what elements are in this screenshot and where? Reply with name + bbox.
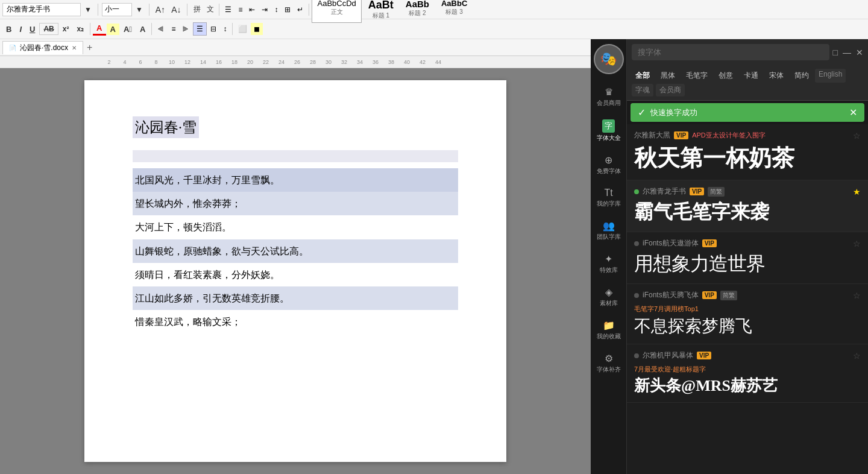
notif-close-btn[interactable]: ✕ — [849, 107, 857, 118]
cat-simple[interactable]: 简约 — [790, 69, 814, 83]
font-clear-btn[interactable]: A⃝ — [120, 24, 136, 35]
underline-btn[interactable]: U — [26, 24, 39, 35]
indent-right[interactable]: ⇥ — [259, 4, 271, 16]
cat-creative[interactable]: 创意 — [714, 69, 738, 83]
text-line-7: 惜秦皇汉武，略输文采； — [133, 310, 458, 333]
style-h3-label: 标题 3 — [445, 8, 462, 16]
font-size-input[interactable] — [102, 3, 132, 16]
columns-btn[interactable]: ⊟ — [207, 23, 219, 35]
font-color-btn[interactable]: A — [93, 22, 105, 36]
border-btn[interactable]: ⬜ — [235, 23, 250, 35]
font-char[interactable]: 文 — [204, 3, 216, 16]
font-pinyin[interactable]: 拼 — [191, 3, 203, 16]
cat-all[interactable]: 全部 — [631, 69, 655, 83]
star-icon-5[interactable]: ☆ — [853, 351, 861, 361]
sidebar-item-supplement[interactable]: ⚙ 字体补齐 — [591, 348, 626, 379]
highlight-btn[interactable]: A — [107, 24, 119, 35]
add-tab-btn[interactable]: + — [83, 42, 96, 53]
style-h1[interactable]: AaBt 标题 1 — [363, 0, 399, 23]
shading-btn[interactable]: ◼ — [251, 23, 263, 35]
materials-icon: ◈ — [605, 286, 612, 298]
font-name-dropdown[interactable]: ▼ — [82, 4, 94, 15]
multiline-icon[interactable]: ⊞ — [281, 4, 294, 16]
font-search-input[interactable] — [632, 44, 829, 60]
superscript-btn[interactable]: x² — [59, 24, 73, 34]
star-icon-3[interactable]: ☆ — [853, 239, 861, 248]
sidebar-item-fontall[interactable]: 字 字体大全 — [591, 115, 626, 147]
sidebar-item-member[interactable]: ♛ 会员商用 — [591, 81, 626, 112]
para-spacing-btn[interactable]: ↕ — [220, 23, 230, 35]
para-format-group: ☰ ≡ ⇤ ⇥ ↕ ⊞ ↵ — [222, 4, 306, 16]
align-right-btn[interactable]: ⫸ — [179, 23, 192, 35]
sidebar-item-effects[interactable]: ✦ 特效库 — [591, 248, 626, 279]
style-h2-preview: AaBb — [406, 0, 429, 9]
style-h2[interactable]: AaBb 标题 2 — [400, 0, 435, 23]
minimize-icon[interactable]: — — [843, 48, 851, 57]
bold-btn[interactable]: B — [2, 24, 15, 35]
font-size-decrease[interactable]: A↓ — [169, 4, 183, 16]
mylib-icon: Tt — [604, 188, 612, 198]
cat-maobi[interactable]: 毛笔字 — [681, 69, 712, 83]
wrap-icon[interactable]: ↵ — [294, 4, 306, 16]
font-item-1[interactable]: 尔雅新大黑 VIP APD亚太设计年签入围字 ☆ 秋天第一杯奶茶 — [627, 124, 868, 180]
vip-badge-5: VIP — [697, 352, 711, 359]
font-size-increase[interactable]: A↑ — [153, 4, 168, 16]
style-h3[interactable]: AaBbC 标题 3 — [436, 0, 473, 23]
sidebar-item-materials[interactable]: ◈ 素材库 — [591, 282, 626, 312]
cat-songti[interactable]: 宋体 — [764, 69, 788, 83]
list-ordered[interactable]: ≡ — [235, 4, 245, 16]
font-category-tabs: 全部 黑体 毛笔字 创意 卡通 宋体 简约 English 字魂 会员商 — [627, 65, 868, 101]
font-item-2[interactable]: 尔雅青龙手书 VIP 简繁 ★ 霸气毛笔字来袭 — [627, 180, 868, 232]
align-left-btn[interactable]: ⫷ — [154, 23, 168, 35]
font-preview-5: 新头条@MRS赫苏艺 — [634, 375, 861, 396]
sidebar-item-favorites[interactable]: 📁 我的收藏 — [591, 315, 626, 346]
font-main-btn[interactable]: A — [136, 24, 149, 35]
vip-badge-1: VIP — [674, 131, 688, 139]
font-name-input[interactable] — [2, 3, 81, 16]
font-sub-text-4: 毛笔字7月调用榜Top1 — [634, 305, 699, 312]
subscript-btn[interactable]: x₂ — [73, 24, 87, 34]
restore-icon[interactable]: □ — [833, 48, 838, 57]
font-item-5-header: 尔雅机甲风暴体 VIP ☆ — [634, 350, 861, 361]
sort-icon[interactable]: ↕ — [271, 4, 281, 16]
user-avatar[interactable]: 🎭 — [594, 44, 624, 74]
toolbar-row1: ▼ ▼ A↑ A↓ 拼 文 ☰ ≡ ⇤ ⇥ ↕ ⊞ ↵ AaBbCcDd — [0, 0, 868, 19]
font-item-4[interactable]: iFonts航天腾飞体 VIP 简繁 ☆ 毛笔字7月调用榜Top1 不息探索梦腾… — [627, 284, 868, 344]
style-h1-preview: AaBt — [368, 0, 394, 11]
tab-close-btn[interactable]: ✕ — [72, 45, 77, 51]
font-item-3[interactable]: iFonts航天遨游体 VIP ☆ 用想象力造世界 — [627, 232, 868, 284]
align-center-btn[interactable]: ≡ — [168, 23, 178, 35]
font-size-dropdown[interactable]: ▼ — [133, 4, 145, 15]
star-icon-4[interactable]: ☆ — [853, 291, 861, 300]
star-icon-1[interactable]: ☆ — [853, 131, 861, 141]
sidebar-item-mylib[interactable]: Tt 我的字库 — [591, 183, 626, 213]
vip-badge-3: VIP — [702, 239, 717, 247]
sidebar-item-teamlib[interactable]: 👥 团队字库 — [591, 215, 626, 246]
document-tab[interactable]: 📄 沁园春·雪.docx ✕ — [2, 41, 83, 54]
strikethrough-btn[interactable]: AB — [39, 23, 58, 35]
sidebar-label-mylib: 我的字库 — [597, 200, 621, 208]
separator-6 — [90, 23, 90, 35]
sidebar-item-free[interactable]: ⊕ 免费字体 — [591, 150, 626, 180]
font-item-4-header: iFonts航天腾飞体 VIP 简繁 ☆ — [634, 290, 861, 300]
list-unordered[interactable]: ☰ — [222, 4, 234, 16]
cat-cartoon[interactable]: 卡通 — [739, 69, 763, 83]
separator-5 — [309, 4, 309, 16]
cat-heiti[interactable]: 黑体 — [656, 69, 680, 83]
font-name-5: 尔雅机甲风暴体 — [643, 350, 693, 361]
vip-member-tag[interactable]: 会员商 — [656, 84, 685, 96]
sidebar-label-materials: 素材库 — [600, 299, 618, 308]
doc-content: 沁园春·雪 北国风光，千里冰封，万里雪飘。 望长城内外，惟余莽莽； 大河上下，顿… — [0, 68, 591, 474]
italic-btn[interactable]: I — [16, 24, 25, 35]
vip-badge-2: VIP — [690, 188, 704, 195]
star-icon-2[interactable]: ★ — [853, 187, 861, 197]
free-icon: ⊕ — [605, 154, 612, 166]
align-justify-btn[interactable]: ☰ — [193, 22, 207, 36]
zihun-tag[interactable]: 字魂 — [632, 84, 653, 96]
close-icon[interactable]: ✕ — [856, 48, 863, 57]
style-normal[interactable]: AaBbCcDd 正文 — [312, 0, 361, 23]
font-item-5[interactable]: 尔雅机甲风暴体 VIP ☆ 7月最受欢迎·超粗标题字 新头条@MRS赫苏艺 — [627, 344, 868, 403]
english-tag[interactable]: English — [815, 69, 846, 83]
indent-left[interactable]: ⇤ — [246, 4, 258, 16]
active-dot — [634, 189, 639, 194]
